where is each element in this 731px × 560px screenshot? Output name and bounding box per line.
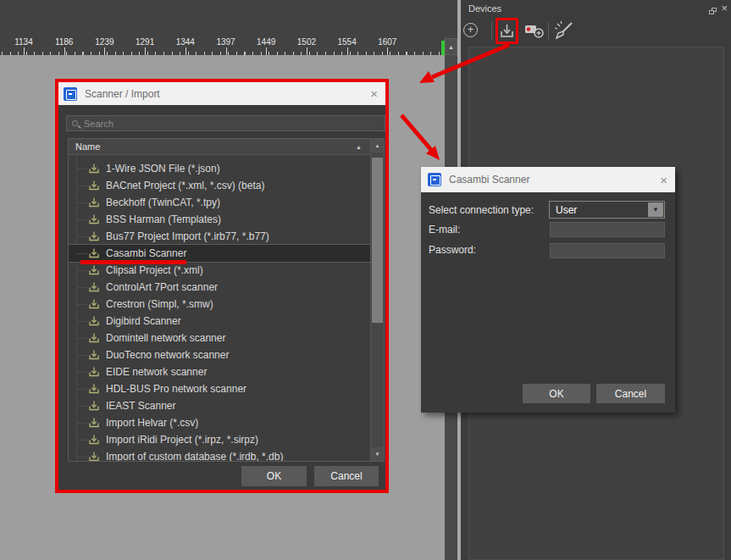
close-icon[interactable]: × (721, 3, 728, 14)
tree-guide-stub (76, 355, 87, 356)
ruler-major-tick (347, 47, 348, 55)
list-scroll-down-button[interactable]: ▼ (371, 447, 384, 461)
download-icon (89, 316, 99, 326)
ruler-major-tick (186, 47, 186, 55)
casambi-dialog-titlebar[interactable]: Casambi Scanner × (421, 167, 675, 192)
download-icon (89, 197, 99, 208)
password-field[interactable] (550, 243, 665, 258)
list-item-label: Import of custom database (*.irdb, *.db) (106, 451, 283, 462)
list-scroll-up-button[interactable]: ▲ (371, 139, 384, 152)
cancel-button[interactable]: Cancel (314, 466, 379, 486)
ruler-major-tick (387, 47, 388, 55)
list-item-label: DuoTecno network scanner (106, 349, 229, 361)
download-icon (89, 452, 99, 462)
casambi-scanner-dialog: Casambi Scanner × Select connection type… (421, 167, 675, 413)
tree-guide-stub (76, 304, 87, 305)
email-field[interactable] (550, 222, 665, 237)
download-icon (89, 164, 99, 174)
app-icon (428, 173, 441, 186)
name-column-header[interactable]: Name (69, 139, 370, 155)
list-item[interactable]: Domintell network scanner (69, 330, 370, 347)
list-item-label: Bus77 Project Import (*.irb77, *.b77) (106, 230, 269, 242)
casambi-dialog-title: Casambi Scanner (449, 174, 529, 186)
list-item[interactable]: Import iRidi Project (*.irpz, *.sirpz) (69, 431, 370, 448)
download-icon (89, 367, 99, 377)
chevron-down-icon[interactable]: ▼ (648, 202, 663, 217)
search-icon (72, 120, 78, 126)
list-item[interactable]: DuoTecno network scanner (69, 347, 370, 363)
add-device-button[interactable]: + (463, 23, 478, 37)
tree-guide-stub (76, 202, 87, 203)
ruler-major-tick (266, 47, 267, 55)
list-item[interactable]: Beckhoff (TwinCAT, *.tpy) (69, 194, 370, 211)
download-icon (89, 350, 99, 360)
ruler-tick-label: 1449 (257, 37, 275, 47)
tree-guide-stub (76, 219, 87, 220)
list-item[interactable]: 1-Wire JSON File (*.json) (69, 160, 370, 177)
close-icon[interactable]: × (370, 87, 378, 100)
cleanup-broom-icon[interactable] (554, 20, 574, 42)
devices-panel-title: Devices (468, 3, 501, 14)
list-item-label: Import Helvar (*.csv) (106, 417, 198, 429)
toolbar-separator (548, 22, 549, 40)
list-item-label: EIDE network scanner (106, 366, 207, 378)
connection-type-label: Select connection type: (429, 204, 534, 216)
list-item[interactable]: Import Helvar (*.csv) (69, 414, 370, 431)
close-icon[interactable]: × (660, 174, 667, 186)
cancel-button[interactable]: Cancel (596, 384, 665, 403)
tree-guide-stub (76, 457, 87, 457)
search-box[interactable] (66, 115, 385, 131)
tree-guide-stub (76, 253, 87, 254)
canvas-scroll-up-button[interactable]: ▲ (445, 38, 457, 55)
scan-devices-icon[interactable] (524, 23, 546, 40)
ok-button[interactable]: OK (241, 466, 307, 486)
tree-guide-stub (76, 440, 87, 441)
connection-type-dropdown[interactable]: User ▼ (549, 201, 665, 219)
list-item-label: Crestron (Simpl, *.smw) (106, 298, 213, 310)
list-item[interactable]: Bus77 Project Import (*.irb77, *.b77) (69, 228, 370, 245)
ruler-tick-label: 1554 (337, 37, 356, 47)
sort-ascending-icon[interactable]: ▲ (356, 144, 362, 150)
tree-guide-stub (76, 186, 87, 186)
list-item[interactable]: BSS Harman (Templates) (69, 211, 370, 228)
list-item-label: Domintell network scanner (106, 332, 225, 344)
red-annotation-box-toolbar (496, 18, 518, 44)
list-item[interactable]: Digibird Scanner (69, 313, 370, 330)
list-item[interactable]: ControlArt 7Port scanner (69, 279, 370, 296)
list-scrollbar[interactable]: ▲ ▼ (370, 139, 384, 461)
name-column-label: Name (75, 141, 100, 152)
scanner-dialog-titlebar[interactable]: Scanner / Import × (58, 82, 385, 105)
list-item[interactable]: IEAST Scanner (69, 397, 370, 414)
list-item-label: Import iRidi Project (*.irpz, *.sirpz) (106, 434, 258, 446)
email-label: E-mail: (429, 224, 460, 236)
tree-guide-stub (76, 406, 87, 407)
tree-guide-stub (76, 287, 87, 288)
list-item[interactable]: BACnet Project (*.xml, *.csv) (beta) (69, 177, 370, 194)
download-icon (89, 401, 99, 411)
toolbar-separator (491, 22, 492, 40)
list-item[interactable]: EIDE network scanner (69, 363, 370, 380)
scanner-list: Name ▲ ▲ ▼ 1-Wire JSON File (*.json)BACn… (68, 138, 385, 462)
ruler-major-tick (64, 47, 65, 55)
app-icon (64, 87, 77, 101)
ruler-tick-label: 1186 (55, 37, 74, 47)
list-scroll-thumb[interactable] (372, 158, 383, 323)
list-item[interactable]: Clipsal Project (*.xml) (69, 262, 370, 279)
search-input[interactable] (84, 119, 338, 129)
password-label: Password: (429, 244, 476, 256)
download-icon (89, 435, 99, 445)
list-item[interactable]: Crestron (Simpl, *.smw) (69, 296, 370, 313)
download-icon (89, 248, 99, 258)
ok-button[interactable]: OK (523, 384, 590, 403)
list-item[interactable]: Casambi Scanner (69, 245, 370, 262)
list-item-label: ControlArt 7Port scanner (106, 281, 218, 293)
tree-guide-stub (76, 389, 87, 390)
ruler-major-tick (145, 47, 146, 55)
download-icon (89, 384, 99, 394)
ruler-major-tick (307, 47, 307, 55)
list-item[interactable]: HDL-BUS Pro network scanner (69, 380, 370, 397)
scanner-import-dialog: Scanner / Import × Name ▲ ▲ ▼ 1-Wire JSO… (58, 82, 385, 490)
tree-guide-stub (76, 338, 87, 339)
list-item[interactable]: Import of custom database (*.irdb, *.db) (69, 448, 370, 462)
float-window-icon[interactable] (709, 8, 717, 14)
